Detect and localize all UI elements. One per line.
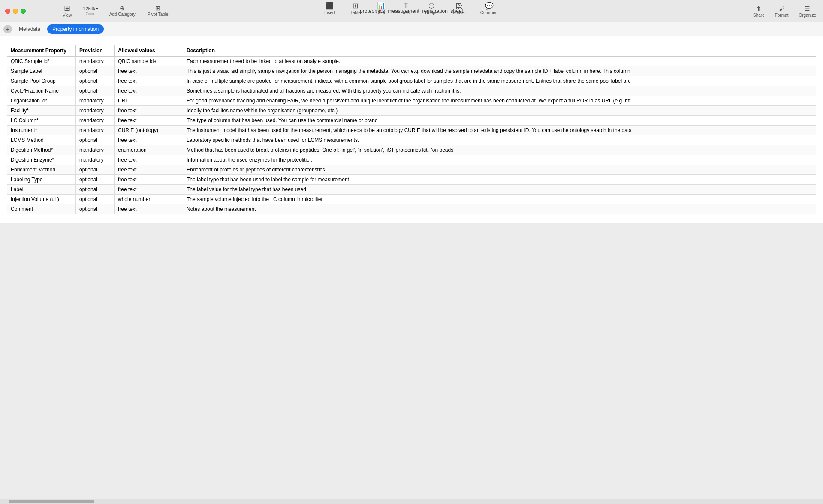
header-property: Measurement Property	[7, 45, 76, 57]
cell-allowed: free text	[115, 185, 183, 195]
add-tab-button[interactable]: +	[3, 25, 12, 33]
table-row[interactable]: Sample Pool Groupoptionalfree textIn cas…	[7, 76, 816, 86]
cell-provision: mandatory	[76, 96, 115, 106]
maximize-button[interactable]	[21, 9, 26, 14]
title-bar: ⊞ View 125% ▾ Zoom ⊕ Add Category ⊞ Pivo…	[0, 0, 823, 22]
cell-property: Digestion Enzyme*	[7, 155, 76, 165]
cell-property: Facility*	[7, 106, 76, 116]
zoom-label: Zoom	[86, 12, 96, 16]
share-icon: ⬆	[756, 5, 761, 12]
cell-property: Labeling Type	[7, 175, 76, 185]
cell-allowed: free text	[115, 86, 183, 96]
media-label: Media	[453, 10, 465, 15]
cell-property: QBiC Sample Id*	[7, 57, 76, 66]
format-icon: 🖌	[779, 5, 785, 12]
zoom-group: 125% ▾ Zoom	[81, 5, 100, 17]
cell-description: Method that has been used to break prote…	[183, 145, 816, 155]
cell-description: Enrichment of proteins or peptides of di…	[183, 165, 816, 175]
table-row[interactable]: Facility*mandatoryfree textIdeally the f…	[7, 106, 816, 116]
share-label: Share	[753, 12, 765, 17]
comment-label: Comment	[480, 10, 499, 15]
table-row[interactable]: Enrichment Methodoptionalfree textEnrich…	[7, 165, 816, 175]
cell-description: Sometimes a sample is fractionated and a…	[183, 86, 816, 96]
tab-metadata[interactable]: Metadata	[14, 24, 45, 34]
table-row[interactable]: Sample Labeloptionalfree textThis is jus…	[7, 66, 816, 76]
cell-property: Sample Pool Group	[7, 76, 76, 86]
cell-description: The type of column that has been used. Y…	[183, 116, 816, 126]
table-header-row: Measurement Property Provision Allowed v…	[7, 45, 816, 57]
traffic-lights	[0, 9, 26, 14]
horizontal-scrollbar[interactable]	[0, 499, 823, 504]
scrollbar-thumb[interactable]	[9, 500, 94, 503]
cell-provision: optional	[76, 86, 115, 96]
cell-description: Laboratory specific methods that have be…	[183, 135, 816, 145]
cell-allowed: free text	[115, 116, 183, 126]
cell-property: Enrichment Method	[7, 165, 76, 175]
shape-button[interactable]: ⬡ Shape	[422, 2, 441, 16]
table-row[interactable]: Commentoptionalfree textNotes about the …	[7, 204, 816, 214]
cell-provision: mandatory	[76, 57, 115, 66]
chevron-down-icon: ▾	[96, 6, 98, 11]
organize-label: Organize	[799, 12, 816, 17]
cell-property: Digestion Method*	[7, 145, 76, 155]
cell-property: Injection Volume (uL)	[7, 195, 76, 204]
cell-allowed: free text	[115, 204, 183, 214]
cell-allowed: CURIE (ontology)	[115, 126, 183, 135]
add-category-button[interactable]: ⊕ Add Category	[107, 4, 138, 18]
cell-property: Sample Label	[7, 66, 76, 76]
cell-property: Label	[7, 185, 76, 195]
table-row[interactable]: Instrument*mandatoryCURIE (ontology)The …	[7, 126, 816, 135]
table-row[interactable]: QBiC Sample Id*mandatoryQBiC sample idsE…	[7, 57, 816, 66]
cell-property: LC Column*	[7, 116, 76, 126]
cell-description: In case of multiple sample are pooled fo…	[183, 76, 816, 86]
cell-provision: mandatory	[76, 145, 115, 155]
text-button[interactable]: T Text	[398, 2, 413, 16]
table-row[interactable]: Digestion Enzyme*mandatoryfree textInfor…	[7, 155, 816, 165]
minimize-button[interactable]	[13, 9, 18, 14]
tab-property-information[interactable]: Property information	[47, 24, 104, 34]
share-button[interactable]: ⬆ Share	[750, 4, 768, 18]
close-button[interactable]	[5, 9, 10, 14]
table-row[interactable]: Injection Volume (uL)optionalwhole numbe…	[7, 195, 816, 204]
chart-label: Chart	[376, 10, 386, 15]
comment-button[interactable]: 💬 Comment	[477, 2, 502, 16]
pivot-table-button[interactable]: ⊞ Pivot Table	[145, 4, 171, 18]
table-row[interactable]: Organisation id*mandatoryURLFor good pro…	[7, 96, 816, 106]
format-button[interactable]: 🖌 Format	[772, 4, 792, 18]
property-table: Measurement Property Provision Allowed v…	[7, 45, 816, 214]
media-button[interactable]: 🖼 Media	[450, 2, 468, 16]
zoom-display[interactable]: 125% ▾	[83, 6, 98, 11]
cell-description: For good provenance tracking and enablin…	[183, 96, 816, 106]
cell-provision: mandatory	[76, 116, 115, 126]
cell-allowed: free text	[115, 135, 183, 145]
tab-metadata-label: Metadata	[19, 26, 40, 32]
table-button[interactable]: ⊞ Table	[347, 2, 364, 16]
shape-label: Shape	[425, 10, 438, 15]
add-category-label: Add Category	[109, 12, 136, 17]
table-row[interactable]: Digestion Method*mandatoryenumerationMet…	[7, 145, 816, 155]
organize-button[interactable]: ☰ Organize	[795, 4, 820, 18]
cell-description: Each measurement need to be linked to at…	[183, 57, 816, 66]
cell-provision: optional	[76, 76, 115, 86]
cell-description: Information about the used enzymes for t…	[183, 155, 816, 165]
cell-allowed: whole number	[115, 195, 183, 204]
table-label: Table	[350, 10, 361, 15]
chart-icon: 📊	[377, 3, 386, 9]
table-row[interactable]: Labeloptionalfree textThe label value fo…	[7, 185, 816, 195]
table-row[interactable]: Cycle/Fraction Nameoptionalfree textSome…	[7, 86, 816, 96]
table-row[interactable]: LCMS Methodoptionalfree textLaboratory s…	[7, 135, 816, 145]
cell-allowed: free text	[115, 76, 183, 86]
cell-allowed: URL	[115, 96, 183, 106]
cell-description: The instrument model that has been used …	[183, 126, 816, 135]
table-row[interactable]: LC Column*mandatoryfree textThe type of …	[7, 116, 816, 126]
view-button[interactable]: ⊞ View	[60, 3, 75, 18]
cell-provision: optional	[76, 204, 115, 214]
cell-allowed: enumeration	[115, 145, 183, 155]
insert-button[interactable]: ⬛ Insert	[321, 2, 338, 16]
view-label: View	[63, 13, 72, 18]
cell-property: Cycle/Fraction Name	[7, 86, 76, 96]
chart-button[interactable]: 📊 Chart	[373, 2, 390, 16]
table-row[interactable]: Labeling Typeoptionalfree textThe label …	[7, 175, 816, 185]
tab-bar: + Metadata Property information	[0, 22, 823, 36]
cell-allowed: free text	[115, 155, 183, 165]
